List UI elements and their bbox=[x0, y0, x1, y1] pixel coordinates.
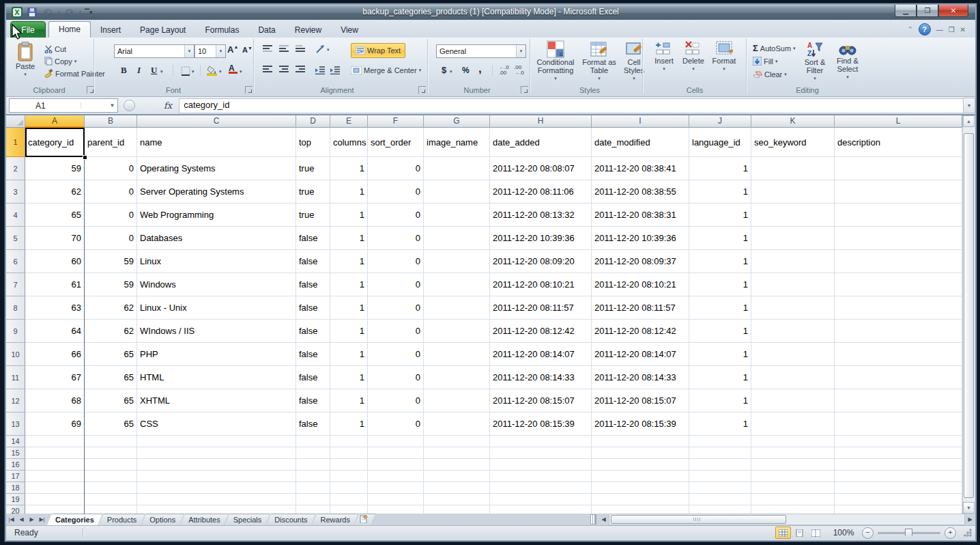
cell[interactable] bbox=[751, 250, 835, 273]
cell[interactable]: CSS bbox=[137, 413, 296, 436]
cell[interactable] bbox=[751, 180, 835, 204]
cell[interactable] bbox=[835, 320, 962, 343]
cell[interactable]: 0 bbox=[85, 180, 137, 204]
cell[interactable]: true bbox=[296, 157, 330, 180]
cell[interactable]: true bbox=[296, 204, 330, 227]
cell[interactable]: 1 bbox=[689, 250, 751, 273]
row-header-2[interactable]: 2 bbox=[6, 157, 25, 180]
cell[interactable] bbox=[835, 447, 962, 459]
row-header-16[interactable]: 16 bbox=[6, 459, 25, 471]
cell[interactable]: WIndows / IIS bbox=[137, 320, 296, 343]
cell[interactable]: 61 bbox=[25, 273, 85, 296]
cell[interactable]: false bbox=[296, 227, 330, 250]
cell[interactable] bbox=[25, 505, 85, 514]
cell[interactable]: 65 bbox=[25, 204, 85, 227]
cell[interactable]: 1 bbox=[330, 320, 368, 343]
borders-dropdown-icon[interactable]: ▾ bbox=[192, 69, 194, 74]
cell[interactable]: 1 bbox=[689, 413, 751, 436]
cell[interactable] bbox=[424, 505, 490, 514]
cell[interactable] bbox=[368, 436, 424, 447]
cell[interactable] bbox=[592, 447, 689, 459]
cell[interactable] bbox=[490, 459, 592, 471]
cell[interactable]: 1 bbox=[689, 296, 751, 320]
cell[interactable] bbox=[330, 494, 368, 505]
cell[interactable] bbox=[368, 494, 424, 505]
cell[interactable] bbox=[424, 366, 490, 389]
cell[interactable] bbox=[424, 343, 490, 366]
row-header-9[interactable]: 9 bbox=[6, 320, 25, 343]
zoom-slider[interactable] bbox=[878, 532, 940, 534]
cell[interactable] bbox=[424, 320, 490, 343]
name-box[interactable]: A1 ▼ bbox=[9, 98, 118, 113]
cell[interactable] bbox=[751, 366, 835, 389]
ribbon-tab-view[interactable]: View bbox=[331, 23, 368, 38]
scroll-left-icon[interactable]: ◀ bbox=[599, 514, 609, 525]
row-header-10[interactable]: 10 bbox=[6, 343, 25, 366]
cell[interactable] bbox=[25, 494, 85, 505]
cell[interactable] bbox=[835, 436, 962, 447]
cell[interactable] bbox=[751, 471, 835, 482]
cell[interactable] bbox=[137, 494, 296, 505]
cell[interactable]: false bbox=[296, 413, 330, 436]
cell[interactable] bbox=[490, 436, 592, 447]
cell[interactable] bbox=[835, 505, 962, 514]
cut-button[interactable]: Cut bbox=[44, 43, 66, 55]
zoom-level[interactable]: 100% bbox=[831, 528, 856, 537]
cell[interactable]: 60 bbox=[25, 250, 85, 273]
formula-input[interactable]: category_id bbox=[179, 98, 963, 113]
decrease-decimal-button[interactable]: .00→.0 bbox=[514, 65, 524, 76]
orientation-dropdown-icon[interactable]: ▾ bbox=[327, 47, 330, 53]
cell[interactable] bbox=[424, 471, 490, 482]
align-bottom-button[interactable] bbox=[296, 45, 306, 53]
cell[interactable] bbox=[85, 447, 137, 459]
cell[interactable]: 62 bbox=[25, 180, 85, 204]
cell[interactable]: 59 bbox=[25, 157, 85, 180]
tab-split-handle[interactable] bbox=[590, 514, 596, 525]
cell[interactable] bbox=[25, 482, 85, 494]
cell[interactable] bbox=[835, 157, 962, 180]
cell[interactable] bbox=[137, 505, 296, 514]
cell[interactable]: 64 bbox=[25, 320, 85, 343]
fill-button[interactable]: Fill ▾ bbox=[753, 55, 778, 67]
italic-button[interactable]: I bbox=[137, 65, 141, 76]
row-header-6[interactable]: 6 bbox=[6, 250, 25, 273]
cell[interactable] bbox=[751, 320, 835, 343]
cell[interactable]: 0 bbox=[85, 157, 137, 180]
cell[interactable] bbox=[424, 296, 490, 320]
cell[interactable]: 1 bbox=[330, 413, 368, 436]
cell[interactable]: 1 bbox=[689, 273, 751, 296]
row-header-17[interactable]: 17 bbox=[6, 471, 25, 482]
expand-formula-bar-icon[interactable]: ▼ bbox=[963, 98, 975, 113]
cell[interactable] bbox=[835, 227, 962, 250]
ribbon-tab-review[interactable]: Review bbox=[285, 23, 331, 38]
shrink-font-button[interactable]: A▼ bbox=[242, 46, 253, 54]
cell[interactable] bbox=[592, 505, 689, 514]
cell[interactable]: 2011-12-20 08:09:37 bbox=[592, 250, 689, 273]
next-sheet-button[interactable]: ▶ bbox=[27, 514, 37, 525]
font-size-combo[interactable]: 10 ▾ bbox=[194, 44, 226, 58]
cell[interactable]: Linux bbox=[137, 250, 296, 273]
sheet-tab-options[interactable]: Options bbox=[141, 514, 184, 525]
cell[interactable] bbox=[835, 204, 962, 227]
cell[interactable]: Linux - Unix bbox=[137, 296, 296, 320]
find-select-button[interactable]: Find & Select ▾ bbox=[832, 40, 863, 81]
cell[interactable]: 67 bbox=[25, 366, 85, 389]
cell[interactable] bbox=[751, 296, 835, 320]
cell[interactable]: XHTML bbox=[137, 389, 296, 413]
underline-dropdown-icon[interactable]: ▾ bbox=[160, 69, 163, 74]
cell[interactable]: 2011-12-20 08:15:39 bbox=[592, 413, 689, 436]
font-color-dropdown-icon[interactable]: ▾ bbox=[240, 69, 242, 74]
cell[interactable] bbox=[137, 482, 296, 494]
cell[interactable] bbox=[296, 482, 330, 494]
cell[interactable] bbox=[751, 459, 835, 471]
number-dialog-launcher-icon[interactable] bbox=[521, 86, 528, 94]
column-header-K[interactable]: K bbox=[751, 115, 835, 128]
cell[interactable] bbox=[330, 505, 368, 514]
cell[interactable] bbox=[85, 471, 137, 482]
ribbon-tab-data[interactable]: Data bbox=[248, 23, 285, 38]
cell[interactable]: 0 bbox=[368, 227, 424, 250]
cell[interactable]: false bbox=[296, 389, 330, 413]
cell[interactable] bbox=[835, 471, 962, 482]
workbook-restore-icon[interactable]: ❐ bbox=[949, 26, 955, 33]
cell[interactable]: 2011-12-20 08:38:55 bbox=[592, 180, 689, 204]
